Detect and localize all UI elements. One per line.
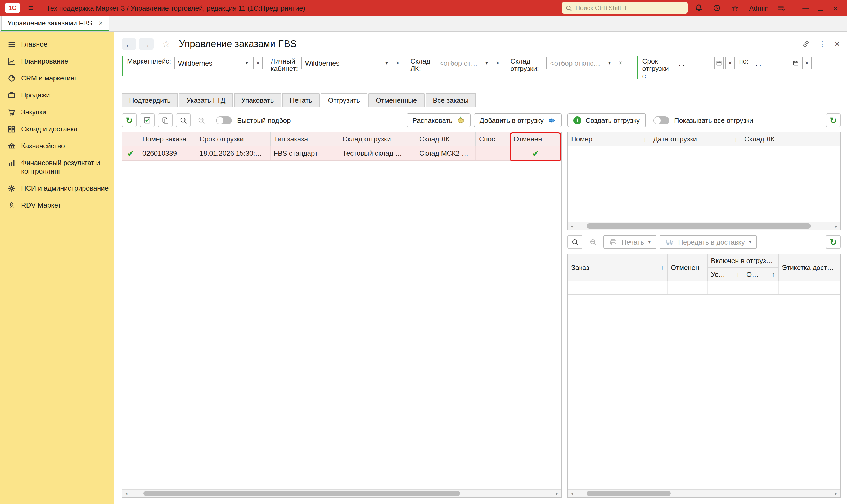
- tab-ukazat-gtd[interactable]: Указать ГТД: [179, 93, 233, 107]
- shipping-warehouse-dropdown-icon[interactable]: ▾: [605, 57, 614, 69]
- delivery-subheader-us[interactable]: Ус… ↓: [708, 268, 743, 281]
- orders-header-select[interactable]: [122, 132, 139, 146]
- shipments-header-number[interactable]: Номер ↓: [568, 132, 650, 146]
- warehouse-lk-dropdown-icon[interactable]: ▾: [482, 57, 491, 69]
- minimize-button[interactable]: —: [799, 2, 812, 14]
- delivery-header-label[interactable]: Этикетка дост…: [779, 254, 840, 281]
- tab-otmenennye[interactable]: Отмененные: [368, 93, 424, 107]
- copy-icon[interactable]: [158, 113, 173, 127]
- close-form-icon[interactable]: ×: [834, 39, 840, 49]
- term-from-value[interactable]: . .: [676, 59, 715, 67]
- empty-row[interactable]: [568, 281, 840, 295]
- notifications-bell-icon[interactable]: [692, 4, 706, 12]
- order-warehouse-lk-cell[interactable]: Склад МСК2 …: [416, 146, 476, 160]
- tab-otgruzit[interactable]: Отгрузить: [321, 93, 367, 107]
- sidebar-item-crm[interactable]: CRM и маркетинг: [0, 70, 114, 87]
- order-deadline-cell[interactable]: 18.01.2026 15:30:…: [196, 146, 271, 160]
- refresh-button[interactable]: ↻: [122, 113, 137, 127]
- document-tab-fbs-orders[interactable]: Управление заказами FBS ×: [1, 16, 109, 31]
- back-button[interactable]: ←: [122, 38, 136, 50]
- transfer-to-delivery-button[interactable]: Передать в доставку ▾: [660, 235, 757, 249]
- forward-button[interactable]: →: [139, 38, 154, 50]
- orders-header-deadline[interactable]: Срок отгрузки: [196, 132, 271, 146]
- orders-header-type[interactable]: Тип заказа: [271, 132, 339, 146]
- sidebar-item-finrezultat[interactable]: Финансовый результат и контроллинг: [0, 155, 114, 180]
- sidebar-item-sklad-dostavka[interactable]: Склад и доставка: [0, 121, 114, 138]
- scroll-left-icon[interactable]: ◄: [568, 222, 576, 230]
- shipping-warehouse-clear-button[interactable]: ×: [616, 57, 626, 69]
- order-method-cell[interactable]: [476, 146, 510, 160]
- shipping-warehouse-value[interactable]: <отбор отключен>: [547, 59, 605, 67]
- warehouse-lk-value[interactable]: <отбор отк…: [436, 59, 482, 67]
- sidebar-item-prodazhi[interactable]: Продажи: [0, 87, 114, 104]
- shipments-horizontal-scrollbar[interactable]: ◄ ►: [568, 222, 840, 230]
- sidebar-item-glavnoe[interactable]: Главное: [0, 36, 114, 53]
- delivery-horizontal-scrollbar[interactable]: ◄ ►: [568, 489, 840, 497]
- refresh-shipments-button[interactable]: ↻: [826, 113, 841, 127]
- hamburger-menu-icon[interactable]: ≡: [28, 3, 34, 13]
- delivery-header-included[interactable]: Включен в отгруз…: [708, 254, 779, 268]
- order-type-cell[interactable]: FBS стандарт: [271, 146, 339, 160]
- close-window-button[interactable]: ×: [829, 2, 842, 14]
- warehouse-lk-clear-button[interactable]: ×: [493, 57, 503, 69]
- marketplace-value[interactable]: Wildberries: [175, 59, 242, 67]
- scroll-right-icon[interactable]: ►: [553, 490, 561, 497]
- shipments-header-date[interactable]: Дата отгрузки ↓: [650, 132, 741, 146]
- scrollbar-thumb[interactable]: [587, 223, 811, 229]
- orders-header-warehouse[interactable]: Склад отгрузки: [339, 132, 416, 146]
- account-clear-button[interactable]: ×: [393, 57, 402, 69]
- tab-podtverdit[interactable]: Подтвердить: [122, 93, 178, 107]
- scroll-right-icon[interactable]: ►: [832, 490, 840, 497]
- scroll-left-icon[interactable]: ◄: [122, 490, 130, 497]
- delivery-header-cancelled[interactable]: Отменен: [668, 254, 708, 281]
- global-search-input[interactable]: [575, 4, 684, 12]
- term-to-calendar-icon[interactable]: [791, 57, 800, 69]
- order-row[interactable]: ✔ 026010339 18.01.2026 15:30:… FBS станд…: [122, 146, 561, 161]
- delivery-header-order[interactable]: Заказ ↓: [568, 254, 668, 281]
- orders-header-number[interactable]: Номер заказа: [139, 132, 196, 146]
- quick-pick-toggle[interactable]: [216, 116, 232, 124]
- scrollbar-thumb[interactable]: [587, 491, 671, 496]
- marketplace-clear-button[interactable]: ×: [253, 57, 263, 69]
- user-name[interactable]: Admin: [749, 4, 769, 12]
- scroll-right-icon[interactable]: ►: [832, 222, 840, 230]
- tab-upakovat[interactable]: Упаковать: [234, 93, 281, 107]
- order-warehouse-cell[interactable]: Тестовый склад …: [339, 146, 416, 160]
- delivery-subheader-o[interactable]: О… ↑: [743, 268, 779, 281]
- marketplace-dropdown-icon[interactable]: ▾: [242, 57, 251, 69]
- orders-header-method[interactable]: Спос…: [476, 132, 510, 146]
- order-number-cell[interactable]: 026010339: [139, 146, 196, 160]
- show-all-shipments-toggle[interactable]: [653, 116, 669, 124]
- orders-horizontal-scrollbar[interactable]: ◄ ►: [122, 489, 561, 497]
- sidebar-item-rdv-market[interactable]: RDV Маркет: [0, 197, 114, 214]
- global-search[interactable]: [562, 2, 688, 14]
- term-from-clear-button[interactable]: ×: [725, 57, 735, 69]
- find-icon[interactable]: [567, 235, 582, 249]
- unpack-button[interactable]: Распаковать: [407, 113, 470, 127]
- sidebar-item-kaznacheystvo[interactable]: Казначейство: [0, 138, 114, 155]
- sidebar-item-zakupki[interactable]: Закупки: [0, 104, 114, 121]
- add-to-shipment-button[interactable]: Добавить в отгрузку: [474, 113, 562, 127]
- term-to-clear-button[interactable]: ×: [802, 57, 812, 69]
- term-to-value[interactable]: . .: [752, 59, 791, 67]
- scroll-left-icon[interactable]: ◄: [568, 490, 576, 497]
- favorite-star-icon[interactable]: ☆: [162, 38, 170, 50]
- more-menu-icon[interactable]: ⋮: [818, 39, 826, 49]
- tab-close-icon[interactable]: ×: [99, 19, 103, 27]
- term-from-calendar-icon[interactable]: [715, 57, 723, 69]
- link-icon[interactable]: [802, 40, 810, 48]
- print-button[interactable]: Печать ▾: [603, 235, 656, 249]
- account-value[interactable]: Wildberries: [302, 59, 382, 67]
- find-icon[interactable]: [176, 113, 191, 127]
- tab-vse-zakazy[interactable]: Все заказы: [425, 93, 476, 107]
- create-shipment-button[interactable]: + Создать отгрузку: [567, 113, 646, 127]
- refresh-delivery-button[interactable]: ↻: [826, 235, 841, 249]
- scrollbar-thumb[interactable]: [143, 491, 460, 496]
- account-dropdown-icon[interactable]: ▾: [382, 57, 391, 69]
- main-menu-icon[interactable]: [774, 4, 788, 12]
- order-cancelled-cell[interactable]: ✔: [510, 146, 561, 160]
- mark-all-icon[interactable]: [140, 113, 155, 127]
- orders-header-cancelled[interactable]: Отменен: [510, 132, 561, 146]
- maximize-button[interactable]: [814, 2, 827, 14]
- sidebar-item-nsi-administrirovanie[interactable]: НСИ и администрирование: [0, 180, 114, 197]
